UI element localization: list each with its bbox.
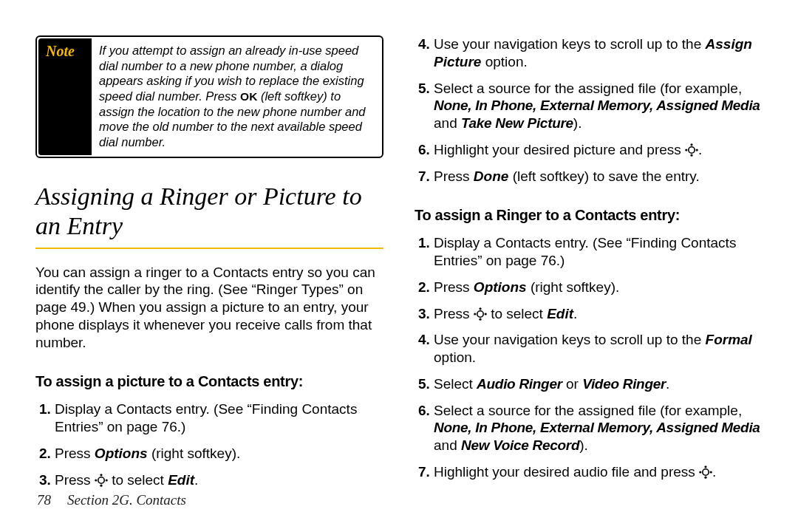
pic-step-2a: Press [55, 446, 95, 461]
pic-step-6: Highlight your desired picture and press… [434, 141, 763, 159]
take-new-picture-label: Take New Picture [461, 115, 573, 131]
picture-subheading: To assign a picture to a Contacts entry: [35, 373, 383, 390]
svg-point-2 [100, 484, 102, 486]
intro-paragraph: You can assign a ringer to a Contacts en… [35, 264, 383, 352]
pic-step-7: Press Done (left softkey) to save the en… [434, 168, 763, 185]
video-ringer-label: Video Ringer [582, 376, 666, 392]
left-column: Note If you attempt to assign an already… [35, 35, 383, 510]
pic-step-4: Use your navigation keys to scroll up to… [434, 35, 763, 71]
svg-point-3 [95, 479, 97, 481]
ring-step-7: Highlight your desired audio file and pr… [434, 463, 763, 481]
picture-steps-part1: Display a Contacts entry. (See “Finding … [35, 400, 383, 497]
pic-step-5a: Select a source for the assigned file (f… [434, 81, 742, 96]
page-number: 78 [37, 492, 51, 508]
page: Note If you attempt to assign an already… [0, 0, 798, 532]
formal-label: Formal [706, 332, 752, 347]
note-label: Note [38, 38, 92, 155]
section-heading: Assigning a Ringer or Picture to an Entr… [35, 182, 383, 248]
ring-step-5: Select Audio Ringer or Video Ringer. [434, 375, 763, 393]
pic-step-5e: ). [573, 115, 582, 131]
ring-step-6a: Select a source for the assigned file (f… [434, 403, 742, 418]
svg-point-18 [699, 471, 701, 473]
source-options-label: None, In Phone, External Memory, Assigne… [434, 420, 760, 435]
nav-key-icon [685, 143, 698, 157]
nav-key-icon [474, 307, 487, 321]
pic-step-3c: . [194, 472, 198, 488]
note-box: Note If you attempt to assign an already… [35, 35, 383, 158]
ringer-steps: Display a Contacts entry. (See “Finding … [415, 234, 763, 489]
ring-step-2b: (right softkey). [527, 279, 620, 295]
pic-step-7c: (left softkey) to save the entry. [508, 168, 699, 184]
svg-point-8 [685, 149, 687, 151]
pic-step-5: Select a source for the assigned file (f… [434, 80, 763, 132]
new-voice-record-label: New Voice Record [461, 437, 579, 453]
svg-point-7 [690, 154, 692, 156]
ring-step-7a: Highlight your desired audio file and pr… [434, 464, 699, 480]
pic-step-3: Press to select Edit. [55, 471, 383, 489]
pic-step-2: Press Options (right softkey). [55, 445, 383, 463]
pic-step-6b: . [698, 142, 702, 157]
ring-step-4c: option. [434, 349, 476, 365]
ring-step-3a: Press [434, 306, 474, 321]
ring-step-4: Use your navigation keys to scroll up to… [434, 331, 763, 366]
edit-label: Edit [168, 472, 194, 488]
nav-key-icon [95, 474, 108, 487]
svg-point-13 [474, 313, 476, 315]
ring-step-1: Display a Contacts entry. (See “Finding … [434, 234, 763, 270]
pic-step-1: Display a Contacts entry. (See “Finding … [55, 400, 383, 436]
options-label: Options [474, 279, 527, 295]
pic-step-5c: and [434, 115, 461, 131]
svg-point-0 [98, 477, 104, 482]
source-options-label: None, In Phone, External Memory, Assigne… [434, 98, 760, 113]
ring-step-6c: and [434, 437, 461, 453]
ring-step-4a: Use your navigation keys to scroll up to… [434, 332, 706, 347]
svg-point-16 [705, 466, 707, 468]
pic-step-4c: option. [481, 54, 527, 69]
ring-step-5a: Select [434, 376, 477, 392]
ring-step-7b: . [712, 464, 716, 480]
svg-point-17 [705, 476, 707, 478]
svg-point-6 [690, 143, 692, 146]
ring-step-6e: ). [579, 437, 588, 453]
svg-point-15 [703, 469, 709, 475]
audio-ringer-label: Audio Ringer [477, 376, 562, 392]
right-column: Use your navigation keys to scroll up to… [415, 35, 763, 510]
pic-step-6a: Highlight your desired picture and press [434, 142, 685, 157]
ring-step-3c: . [573, 306, 577, 321]
svg-point-5 [689, 147, 695, 153]
ring-step-5e: . [666, 376, 669, 392]
section-label: Section 2G. Contacts [67, 492, 186, 508]
ring-step-6: Select a source for the assigned file (f… [434, 402, 763, 454]
svg-point-12 [479, 318, 481, 320]
page-footer: 78Section 2G. Contacts [37, 492, 186, 508]
svg-point-10 [477, 310, 483, 316]
done-label: Done [474, 168, 509, 184]
note-softkey-ok: OK [240, 90, 257, 103]
ring-step-3: Press to select Edit. [434, 305, 763, 323]
nav-key-icon [699, 466, 712, 479]
picture-steps-part2: Use your navigation keys to scroll up to… [415, 35, 763, 194]
note-text: If you attempt to assign an already in-u… [92, 38, 381, 155]
svg-point-1 [100, 474, 102, 476]
edit-label: Edit [547, 306, 573, 321]
pic-step-7a: Press [434, 168, 474, 184]
pic-step-3a: Press [55, 472, 95, 488]
ring-step-2a: Press [434, 279, 474, 295]
ring-step-3b: to select [487, 306, 547, 321]
ring-step-5c: or [562, 376, 582, 392]
ring-step-2: Press Options (right softkey). [434, 279, 763, 296]
svg-point-11 [479, 307, 481, 310]
pic-step-3b: to select [108, 472, 168, 488]
ringer-subheading: To assign a Ringer to a Contacts entry: [415, 207, 763, 224]
options-label: Options [95, 446, 148, 461]
pic-step-2b: (right softkey). [148, 446, 241, 461]
pic-step-4a: Use your navigation keys to scroll up to… [434, 36, 706, 52]
